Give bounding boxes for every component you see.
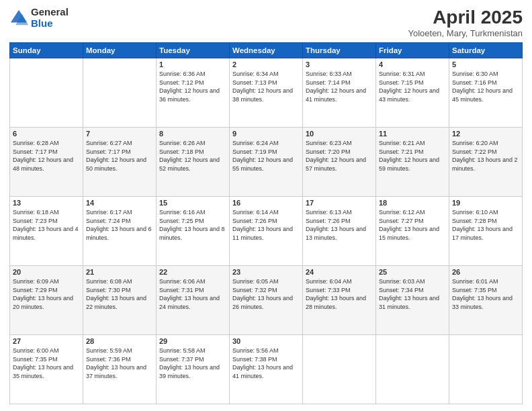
col-header-monday: Monday <box>83 43 157 58</box>
day-number: 10 <box>306 130 373 138</box>
day-number: 25 <box>379 268 446 276</box>
day-number: 28 <box>86 337 153 345</box>
calendar-cell: 14Sunrise: 6:17 AM Sunset: 7:24 PM Dayli… <box>83 197 157 266</box>
day-info: Sunrise: 6:27 AM Sunset: 7:17 PM Dayligh… <box>86 139 153 173</box>
month-title: April 2025 <box>408 7 523 28</box>
calendar-cell: 1Sunrise: 6:36 AM Sunset: 7:12 PM Daylig… <box>157 58 230 128</box>
day-info: Sunrise: 6:01 AM Sunset: 7:35 PM Dayligh… <box>452 277 519 311</box>
day-info: Sunrise: 6:04 AM Sunset: 7:33 PM Dayligh… <box>306 277 373 311</box>
calendar-header-row: SundayMondayTuesdayWednesdayThursdayFrid… <box>10 43 523 58</box>
day-number: 11 <box>379 130 446 138</box>
day-number: 27 <box>13 337 80 345</box>
day-info: Sunrise: 6:24 AM Sunset: 7:19 PM Dayligh… <box>232 139 300 173</box>
calendar-cell: 23Sunrise: 6:05 AM Sunset: 7:32 PM Dayli… <box>230 266 303 335</box>
day-info: Sunrise: 6:31 AM Sunset: 7:15 PM Dayligh… <box>379 70 446 103</box>
col-header-thursday: Thursday <box>303 43 376 58</box>
day-info: Sunrise: 6:12 AM Sunset: 7:27 PM Dayligh… <box>379 208 446 242</box>
calendar-cell: 20Sunrise: 6:09 AM Sunset: 7:29 PM Dayli… <box>10 266 83 335</box>
day-number: 24 <box>306 268 373 276</box>
calendar-cell <box>83 58 157 128</box>
day-number: 17 <box>306 199 373 207</box>
calendar-cell: 29Sunrise: 5:58 AM Sunset: 7:37 PM Dayli… <box>157 335 230 404</box>
calendar-cell <box>376 335 449 404</box>
calendar-cell: 11Sunrise: 6:21 AM Sunset: 7:21 PM Dayli… <box>376 128 449 197</box>
calendar-table: SundayMondayTuesdayWednesdayThursdayFrid… <box>9 42 523 404</box>
day-info: Sunrise: 6:06 AM Sunset: 7:31 PM Dayligh… <box>159 277 226 311</box>
day-number: 26 <box>452 268 519 276</box>
calendar-week-2: 6Sunrise: 6:28 AM Sunset: 7:17 PM Daylig… <box>10 128 523 197</box>
calendar-cell: 28Sunrise: 5:59 AM Sunset: 7:36 PM Dayli… <box>83 335 157 404</box>
day-number: 7 <box>86 130 153 138</box>
calendar-cell: 13Sunrise: 6:18 AM Sunset: 7:23 PM Dayli… <box>10 197 83 266</box>
day-info: Sunrise: 6:08 AM Sunset: 7:30 PM Dayligh… <box>86 277 153 311</box>
day-info: Sunrise: 6:13 AM Sunset: 7:26 PM Dayligh… <box>306 208 373 242</box>
title-section: April 2025 Yoloeten, Mary, Turkmenistan <box>408 7 523 38</box>
calendar-cell <box>449 335 523 404</box>
location: Yoloeten, Mary, Turkmenistan <box>408 28 523 38</box>
calendar-cell: 19Sunrise: 6:10 AM Sunset: 7:28 PM Dayli… <box>449 197 523 266</box>
day-info: Sunrise: 5:58 AM Sunset: 7:37 PM Dayligh… <box>159 347 226 380</box>
col-header-tuesday: Tuesday <box>157 43 230 58</box>
calendar-cell: 16Sunrise: 6:14 AM Sunset: 7:26 PM Dayli… <box>230 197 303 266</box>
calendar-cell: 5Sunrise: 6:30 AM Sunset: 7:16 PM Daylig… <box>449 58 523 128</box>
calendar-week-1: 1Sunrise: 6:36 AM Sunset: 7:12 PM Daylig… <box>10 58 523 128</box>
calendar-cell: 12Sunrise: 6:20 AM Sunset: 7:22 PM Dayli… <box>449 128 523 197</box>
calendar-cell: 18Sunrise: 6:12 AM Sunset: 7:27 PM Dayli… <box>376 197 449 266</box>
calendar-week-4: 20Sunrise: 6:09 AM Sunset: 7:29 PM Dayli… <box>10 266 523 335</box>
day-info: Sunrise: 6:26 AM Sunset: 7:18 PM Dayligh… <box>159 139 226 173</box>
calendar-cell: 26Sunrise: 6:01 AM Sunset: 7:35 PM Dayli… <box>449 266 523 335</box>
day-info: Sunrise: 6:03 AM Sunset: 7:34 PM Dayligh… <box>379 277 446 311</box>
logo-text: General Blue <box>31 7 69 29</box>
day-info: Sunrise: 6:00 AM Sunset: 7:35 PM Dayligh… <box>13 347 80 380</box>
day-info: Sunrise: 6:21 AM Sunset: 7:21 PM Dayligh… <box>379 139 446 173</box>
calendar-cell <box>10 58 83 128</box>
calendar-cell: 25Sunrise: 6:03 AM Sunset: 7:34 PM Dayli… <box>376 266 449 335</box>
calendar-cell: 4Sunrise: 6:31 AM Sunset: 7:15 PM Daylig… <box>376 58 449 128</box>
day-number: 6 <box>13 130 80 138</box>
day-info: Sunrise: 5:56 AM Sunset: 7:38 PM Dayligh… <box>232 347 300 380</box>
calendar-cell: 15Sunrise: 6:16 AM Sunset: 7:25 PM Dayli… <box>157 197 230 266</box>
calendar-cell: 21Sunrise: 6:08 AM Sunset: 7:30 PM Dayli… <box>83 266 157 335</box>
day-info: Sunrise: 6:36 AM Sunset: 7:12 PM Dayligh… <box>159 70 226 103</box>
day-number: 20 <box>13 268 80 276</box>
day-info: Sunrise: 6:34 AM Sunset: 7:13 PM Dayligh… <box>232 70 300 103</box>
col-header-wednesday: Wednesday <box>230 43 303 58</box>
day-info: Sunrise: 5:59 AM Sunset: 7:36 PM Dayligh… <box>86 347 153 380</box>
calendar-cell <box>303 335 376 404</box>
day-number: 9 <box>232 130 300 138</box>
calendar-cell: 6Sunrise: 6:28 AM Sunset: 7:17 PM Daylig… <box>10 128 83 197</box>
day-info: Sunrise: 6:18 AM Sunset: 7:23 PM Dayligh… <box>13 208 80 242</box>
calendar-cell: 30Sunrise: 5:56 AM Sunset: 7:38 PM Dayli… <box>230 335 303 404</box>
day-number: 13 <box>13 199 80 207</box>
calendar-cell: 8Sunrise: 6:26 AM Sunset: 7:18 PM Daylig… <box>157 128 230 197</box>
day-number: 8 <box>159 130 226 138</box>
calendar-week-3: 13Sunrise: 6:18 AM Sunset: 7:23 PM Dayli… <box>10 197 523 266</box>
day-info: Sunrise: 6:05 AM Sunset: 7:32 PM Dayligh… <box>232 277 300 311</box>
calendar-cell: 9Sunrise: 6:24 AM Sunset: 7:19 PM Daylig… <box>230 128 303 197</box>
day-info: Sunrise: 6:28 AM Sunset: 7:17 PM Dayligh… <box>13 139 80 173</box>
day-info: Sunrise: 6:16 AM Sunset: 7:25 PM Dayligh… <box>159 208 226 242</box>
day-number: 29 <box>159 337 226 345</box>
day-number: 14 <box>86 199 153 207</box>
day-number: 12 <box>452 130 519 138</box>
logo-general-text: General <box>31 7 69 18</box>
page: General Blue April 2025 Yoloeten, Mary, … <box>0 0 532 411</box>
day-number: 1 <box>159 60 226 68</box>
col-header-friday: Friday <box>376 43 449 58</box>
calendar-cell: 24Sunrise: 6:04 AM Sunset: 7:33 PM Dayli… <box>303 266 376 335</box>
day-number: 18 <box>379 199 446 207</box>
day-number: 5 <box>452 60 519 68</box>
day-number: 21 <box>86 268 153 276</box>
calendar-cell: 3Sunrise: 6:33 AM Sunset: 7:14 PM Daylig… <box>303 58 376 128</box>
calendar-cell: 27Sunrise: 6:00 AM Sunset: 7:35 PM Dayli… <box>10 335 83 404</box>
calendar-cell: 17Sunrise: 6:13 AM Sunset: 7:26 PM Dayli… <box>303 197 376 266</box>
day-number: 16 <box>232 199 300 207</box>
logo: General Blue <box>9 7 69 29</box>
col-header-saturday: Saturday <box>449 43 523 58</box>
day-info: Sunrise: 6:33 AM Sunset: 7:14 PM Dayligh… <box>306 70 373 103</box>
header: General Blue April 2025 Yoloeten, Mary, … <box>9 7 523 38</box>
day-number: 2 <box>232 60 300 68</box>
day-number: 3 <box>306 60 373 68</box>
calendar-cell: 22Sunrise: 6:06 AM Sunset: 7:31 PM Dayli… <box>157 266 230 335</box>
day-info: Sunrise: 6:23 AM Sunset: 7:20 PM Dayligh… <box>306 139 373 173</box>
